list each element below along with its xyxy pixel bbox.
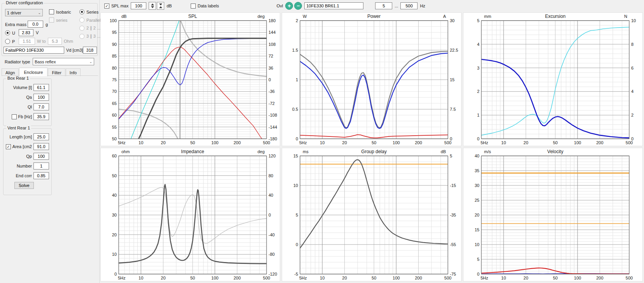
- svg-text:500: 500: [263, 140, 270, 145]
- overlay-add-button[interactable]: +: [285, 2, 293, 10]
- extra-mass-unit: g: [46, 22, 48, 27]
- svg-text:N: N: [624, 14, 627, 19]
- svg-text:5: 5: [450, 154, 452, 158]
- svg-text:20: 20: [161, 276, 165, 280]
- svg-text:100: 100: [110, 18, 117, 23]
- chart-grid: SPLdBdeg10095908580757065605550180144108…: [100, 12, 644, 283]
- svg-text:5Hz: 5Hz: [299, 140, 307, 145]
- svg-text:80: 80: [268, 173, 273, 178]
- svg-text:4: 4: [477, 42, 479, 47]
- chevron-down-icon: ⌄: [38, 11, 41, 15]
- radiator-type-select[interactable]: Bass reflex ⌄: [33, 58, 94, 65]
- svg-text:95: 95: [112, 30, 117, 35]
- svg-text:70: 70: [112, 89, 117, 94]
- svg-text:1: 1: [477, 113, 479, 117]
- auto-scale-button[interactable]: [157, 2, 164, 10]
- svg-text:7.5: 7.5: [450, 107, 456, 112]
- tab-align[interactable]: Align: [2, 68, 19, 76]
- svg-text:8: 8: [631, 42, 633, 47]
- ql-input[interactable]: [33, 103, 49, 110]
- svg-text:0: 0: [477, 272, 479, 276]
- freq-unit-label: Hz: [420, 3, 425, 8]
- spl-max-spinner[interactable]: [149, 2, 156, 10]
- svg-text:-80: -80: [268, 252, 275, 257]
- sidebar: Driver configuration 1 driver ⌄ ✓Isobari…: [0, 0, 100, 283]
- isobaric-checkbox[interactable]: ✓Isobaric: [49, 9, 71, 14]
- series-radio[interactable]: Series: [79, 9, 98, 14]
- svg-text:5Hz: 5Hz: [118, 140, 126, 145]
- svg-text:5Hz: 5Hz: [481, 276, 488, 280]
- qp-input[interactable]: [33, 153, 49, 160]
- fb-checkbox[interactable]: ✓: [12, 114, 17, 119]
- vent-number-input[interactable]: [33, 162, 49, 169]
- svg-text:0: 0: [296, 136, 298, 141]
- vd-input[interactable]: [83, 47, 97, 54]
- svg-text:1.5: 1.5: [292, 48, 298, 52]
- data-labels-checkbox[interactable]: ✓Data labels: [191, 3, 219, 9]
- solve-button[interactable]: Solve: [14, 182, 34, 189]
- svg-text:0: 0: [268, 213, 271, 217]
- extra-mass-input[interactable]: [28, 21, 43, 28]
- voltage-radio[interactable]: U: [5, 30, 15, 35]
- power-ohm-unit: Ohm: [64, 39, 73, 44]
- overlay-remove-button[interactable]: −: [294, 2, 302, 10]
- svg-text:10: 10: [293, 183, 298, 188]
- vent-length-input[interactable]: [33, 133, 49, 140]
- svg-text:72: 72: [268, 54, 273, 58]
- tab-info[interactable]: Info: [66, 68, 81, 76]
- svg-text:20: 20: [523, 140, 528, 145]
- vent-area-label: Area [cm2: [12, 144, 32, 149]
- svg-text:200: 200: [233, 276, 240, 280]
- svg-text:0.5: 0.5: [292, 107, 298, 112]
- tab-filter[interactable]: Filter: [48, 68, 65, 76]
- driver-count-select[interactable]: 1 driver ⌄: [5, 9, 43, 16]
- power-radio[interactable]: P: [5, 39, 15, 44]
- spl-max-input[interactable]: [131, 2, 146, 9]
- vent-area-checkbox[interactable]: ✓: [6, 144, 11, 149]
- freq-to-input[interactable]: [400, 2, 418, 9]
- svg-text:30: 30: [112, 213, 117, 217]
- ql-label: Ql: [28, 105, 32, 109]
- svg-text:36: 36: [268, 66, 273, 70]
- svg-text:10: 10: [631, 18, 636, 23]
- svg-text:50: 50: [372, 140, 376, 145]
- svg-text:0: 0: [296, 242, 298, 247]
- two-two-radio: 2 ∥ 2 ...: [79, 26, 100, 31]
- svg-text:60: 60: [112, 113, 117, 117]
- vent-rear-group: Vent Rear 1 Length [cm] ✓ Area [cm2 Qp N…: [3, 128, 52, 195]
- tab-enclosure[interactable]: Enclosure: [19, 68, 47, 76]
- svg-text:Velocity: Velocity: [547, 149, 563, 154]
- svg-text:3: 3: [477, 66, 479, 70]
- fb-label: Fb [Hz]: [18, 114, 32, 119]
- svg-text:5: 5: [296, 213, 298, 217]
- box-rear-title: Box Rear 1: [6, 76, 30, 80]
- power-input: [19, 38, 35, 45]
- svg-text:50: 50: [112, 173, 117, 178]
- svg-text:10: 10: [475, 242, 479, 247]
- box-rear-group: Box Rear 1 Volume [l] Qa Ql ✓ Fb [Hz]: [3, 79, 52, 126]
- svg-text:25: 25: [475, 198, 479, 203]
- db-unit-label: dB: [167, 3, 172, 8]
- fb-input[interactable]: [33, 113, 49, 120]
- svg-text:15: 15: [450, 77, 454, 82]
- end-corr-input[interactable]: [33, 172, 49, 179]
- svg-text:2: 2: [296, 18, 298, 23]
- svg-text:500: 500: [626, 140, 633, 145]
- vent-area-input[interactable]: [33, 143, 49, 150]
- volume-input[interactable]: [33, 84, 49, 91]
- qa-input[interactable]: [33, 94, 49, 101]
- extra-mass-label: Extra mass: [5, 22, 26, 27]
- svg-text:ms: ms: [303, 149, 309, 154]
- driver-name-input[interactable]: [4, 47, 64, 54]
- voltage-input[interactable]: [19, 29, 33, 36]
- freq-from-input[interactable]: [375, 2, 392, 9]
- svg-text:20: 20: [475, 213, 479, 217]
- svg-text:-35: -35: [450, 213, 456, 217]
- overlay-name-input[interactable]: [304, 2, 363, 9]
- spl-max-checkbox[interactable]: ✓SPL max: [104, 3, 128, 9]
- collapse-up-icon: [159, 6, 162, 8]
- radiator-type-label: Radiator type: [5, 59, 30, 64]
- svg-text:500: 500: [626, 276, 633, 280]
- svg-text:200: 200: [415, 140, 422, 145]
- isobaric-series-checkbox: ✓series: [49, 17, 67, 23]
